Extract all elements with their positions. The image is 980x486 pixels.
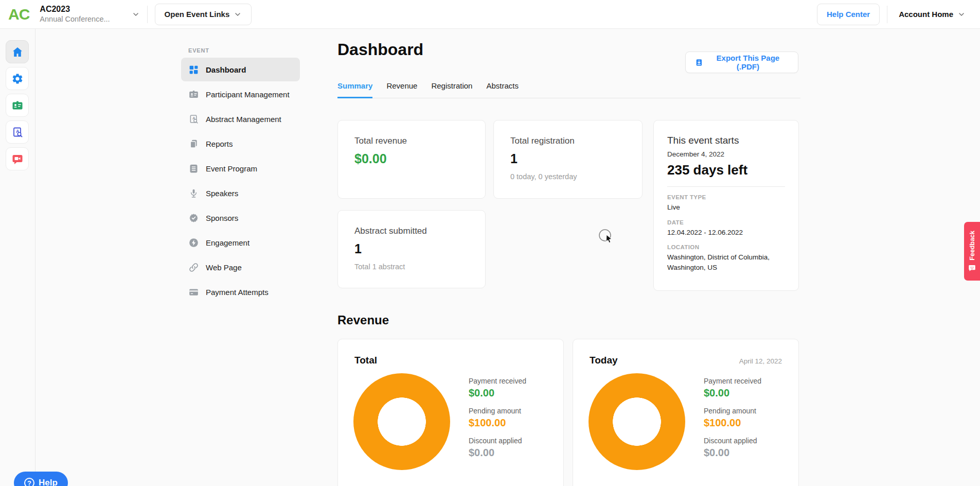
revenue-today-card: Today April 12, 2022 Payment received $0… (573, 339, 799, 486)
event-starts-card: This event starts December 4, 2022 235 d… (653, 120, 799, 291)
chevron-down-icon (957, 10, 966, 19)
help-center-button[interactable]: Help Center (817, 4, 880, 25)
event-code: AC2023 (40, 4, 110, 14)
question-circle-icon: ? (24, 478, 34, 486)
legend-value: $100.00 (469, 417, 526, 429)
sidebar-section-label: EVENT (188, 47, 300, 54)
rail-live-stream-button[interactable] (6, 147, 29, 170)
event-switcher-chevron-down-icon[interactable] (132, 10, 140, 19)
abstract-search-icon: A (188, 114, 199, 125)
help-label: Help (39, 478, 58, 486)
open-event-links-button[interactable]: Open Event Links (155, 4, 252, 25)
sidebar-item-label: Dashboard (206, 65, 246, 74)
abstract-submitted-value: 1 (354, 241, 469, 256)
total-registration-card: Total registration 1 0 today, 0 yesterda… (493, 120, 643, 199)
total-revenue-value: $0.00 (354, 151, 469, 166)
sidebar-item-event-program[interactable]: Event Program (181, 157, 300, 180)
download-file-icon (695, 58, 703, 67)
rail-settings-button[interactable] (6, 67, 29, 90)
revenue-total-donut-chart (353, 373, 450, 470)
participant-badge-icon (11, 99, 24, 112)
event-title-block: AC2023 Annual Conference... (40, 4, 110, 24)
account-home-menu[interactable]: Account Home (899, 10, 966, 19)
sidebar-item-label: Event Program (206, 164, 257, 173)
link-icon (188, 262, 199, 273)
sidebar-item-label: Speakers (206, 189, 238, 198)
legend-value: $0.00 (469, 447, 526, 459)
tab-abstracts[interactable]: Abstracts (486, 81, 519, 98)
legend-label: Pending amount (704, 407, 761, 415)
badge-check-icon (188, 213, 199, 223)
event-logo: AC (8, 6, 29, 23)
dashboard-tabs: Summary Revenue Registration Abstracts (337, 81, 800, 98)
sidebar-item-abstract-management[interactable]: A Abstract Management (181, 107, 300, 131)
tab-registration[interactable]: Registration (431, 81, 472, 98)
sidebar-item-participant-management[interactable]: Participant Management (181, 82, 300, 106)
help-center-label: Help Center (827, 10, 870, 19)
revenue-today-title: Today (590, 355, 618, 366)
participant-badge-icon (188, 89, 199, 100)
credit-card-icon (188, 287, 199, 298)
sidebar-item-label: Web Page (206, 263, 242, 272)
legend-label: Payment received (469, 377, 526, 385)
export-pdf-label: Export This Page (.PDF) (707, 54, 789, 71)
main-content: Dashboard Export This Page (.PDF) Summar… (337, 29, 800, 486)
top-bar: AC AC2023 Annual Conference... Open Even… (0, 0, 980, 29)
video-chat-icon (11, 153, 24, 165)
rail-participants-button[interactable] (6, 94, 29, 117)
sidebar-item-payment-attempts[interactable]: Payment Attempts (181, 280, 300, 304)
event-name: Annual Conference... (40, 14, 110, 24)
abstract-submitted-subtext: Total 1 abstract (354, 263, 469, 271)
chat-smiley-icon (968, 264, 976, 272)
sidebar-item-label: Reports (206, 140, 233, 148)
sidebar-item-label: Abstract Management (206, 115, 281, 124)
total-revenue-card: Total revenue $0.00 (337, 120, 486, 199)
revenue-today-date: April 12, 2022 (739, 357, 782, 365)
page-title: Dashboard (337, 40, 423, 59)
icon-rail: A (0, 29, 35, 486)
event-card-divider (667, 186, 785, 187)
legend-label: Discount applied (469, 437, 526, 445)
legend-label: Payment received (704, 377, 761, 385)
revenue-today-legend: Payment received $0.00 Pending amount $1… (704, 377, 761, 466)
revenue-total-card: Total Payment received $0.00 Pending amo… (337, 339, 564, 486)
legend-label: Pending amount (469, 407, 526, 415)
sidebar-item-label: Engagement (206, 238, 250, 247)
abstract-search-icon: A (11, 126, 24, 138)
sidebar-item-reports[interactable]: Reports (181, 132, 300, 155)
revenue-section-title: Revenue (337, 313, 389, 327)
sidebar-item-label: Payment Attempts (206, 288, 269, 297)
open-event-links-label: Open Event Links (165, 10, 230, 19)
header-divider (147, 6, 148, 23)
help-button[interactable]: ? Help (14, 472, 68, 486)
sidebar-item-dashboard[interactable]: Dashboard (181, 58, 300, 81)
dashboard-grid-icon (188, 64, 199, 75)
event-type-value: Live (667, 202, 785, 213)
event-date-range: 12.04.2022 - 12.06.2022 (667, 228, 785, 238)
legend-value: $0.00 (704, 387, 761, 399)
chevron-down-icon (234, 10, 242, 19)
sidebar-item-speakers[interactable]: Speakers (181, 181, 300, 205)
pages-icon (188, 138, 199, 149)
gear-icon (11, 73, 24, 85)
sidebar-item-sponsors[interactable]: Sponsors (181, 206, 300, 230)
abstract-submitted-label: Abstract submitted (354, 226, 469, 236)
feedback-tab[interactable]: Feedback (964, 222, 980, 281)
legend-label: Discount applied (704, 437, 761, 445)
legend-value: $0.00 (704, 447, 761, 459)
feedback-label: Feedback (969, 231, 976, 261)
event-location-label: LOCATION (667, 244, 785, 250)
tab-summary[interactable]: Summary (337, 81, 372, 98)
sidebar-item-label: Sponsors (206, 214, 238, 222)
export-pdf-button[interactable]: Export This Page (.PDF) (685, 51, 798, 73)
tab-revenue[interactable]: Revenue (386, 81, 417, 98)
rail-abstracts-button[interactable]: A (6, 120, 29, 144)
event-starts-title: This event starts (667, 135, 785, 146)
rail-home-button[interactable] (6, 40, 29, 63)
sidebar-item-web-page[interactable]: Web Page (181, 255, 300, 279)
legend-value: $0.00 (469, 387, 526, 399)
sidebar-item-engagement[interactable]: Engagement (181, 231, 300, 254)
abstract-submitted-card: Abstract submitted 1 Total 1 abstract (337, 210, 486, 288)
revenue-total-legend: Payment received $0.00 Pending amount $1… (469, 377, 526, 466)
header-divider-right (887, 6, 887, 23)
